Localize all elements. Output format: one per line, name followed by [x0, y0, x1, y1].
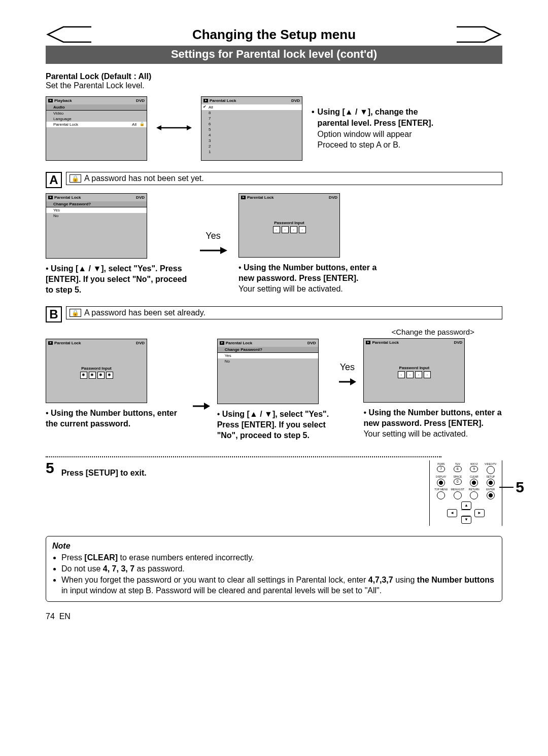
osd-password-input: Parental Lock DVD Password Input - - - -	[238, 193, 340, 258]
osd-item-selected: Yes	[46, 207, 147, 213]
instruction-a-right: • Using the Number buttons, enter a new …	[238, 263, 381, 294]
svg-marker-2	[187, 125, 192, 130]
lock-icon: 🔒	[70, 309, 81, 317]
remote-button: 9	[470, 466, 478, 472]
instruction-b1: • Using the Number buttons, enter the cu…	[46, 408, 185, 429]
svg-marker-4	[220, 247, 227, 254]
remote-button: 0	[454, 479, 462, 485]
banner-deco-right-icon	[457, 25, 502, 44]
check-icon: ✔	[203, 104, 207, 109]
page-title: Changing the Setup menu	[46, 25, 502, 44]
osd-item: 1	[201, 149, 302, 155]
play-icon	[220, 341, 224, 345]
password-input-label: Password Input	[239, 221, 339, 225]
yes-label: Yes	[336, 362, 358, 373]
osd-levels: Parental Lock DVD ✔All 8 7 6 5 4 3 2 1	[201, 96, 302, 161]
scenario-b-row: Parental Lock DVD Password Input ✱ ✱ ✱ ✱	[46, 328, 502, 441]
letter-box-b: B	[46, 306, 62, 322]
scenario-a-label: 🔒 A password has not been set yet.	[66, 172, 502, 185]
password-boxes: - - - -	[239, 226, 339, 233]
page-subtitle: Settings for Parental lock level (cont'd…	[46, 46, 502, 64]
osd-change-password: Parental Lock DVD Change Password? Yes N…	[46, 193, 147, 259]
osd-item: Language	[46, 116, 147, 122]
osd-change-password: Parental Lock DVD Change Password? Yes N…	[217, 339, 319, 404]
remote-button	[487, 479, 495, 487]
arrow-right-icon	[197, 240, 229, 258]
note-item: Do not use 4, 7, 3, 7 as password.	[61, 563, 496, 574]
osd-badge: DVD	[136, 98, 145, 103]
remote-button: 8	[454, 466, 462, 472]
double-arrow-icon	[156, 124, 192, 134]
remote-button	[487, 491, 495, 499]
remote-button: 7	[437, 466, 445, 472]
osd-item-selected: Parental Lock All 🔒	[46, 122, 147, 127]
play-icon	[241, 196, 246, 199]
note-item: When you forget the password or you want…	[61, 574, 496, 596]
page-footer: 74 EN	[46, 612, 502, 621]
note-box: Note Press [CLEAR] to erase numbers ente…	[46, 536, 502, 602]
top-row: Playback DVD Audio Video Language Parent…	[46, 96, 502, 161]
osd-item: 4	[201, 132, 302, 138]
dotted-divider	[46, 456, 441, 457]
side-instruction: • Using [▲ / ▼], change the parental lev…	[312, 106, 443, 150]
note-title: Note	[52, 541, 496, 552]
section-subtext: Set the Parental Lock level.	[46, 81, 502, 90]
osd-item: 5	[201, 127, 302, 132]
osd-title: Playback	[54, 98, 72, 103]
osd-playback: Playback DVD Audio Video Language Parent…	[46, 96, 147, 161]
instruction-a-left: • Using [▲ / ▼], select "Yes". Press [EN…	[46, 264, 188, 295]
osd-password-input: Parental Lock DVD Password Input - - - -	[363, 338, 465, 403]
dpad-icon: ▲ ◄ ► ▼	[443, 501, 489, 524]
scenario-a-header: A 🔒 A password has not been set yet.	[46, 172, 502, 188]
remote-diagram: PQRS7 TUV8 WXYZ9 VIDEO/TV DISPLAY SPACE0…	[429, 460, 502, 526]
step5-row: 5 Press [SETUP] to exit. PQRS7 TUV8 WXYZ…	[46, 460, 502, 526]
play-icon	[48, 99, 53, 102]
play-icon	[48, 196, 53, 199]
step-number: 5	[46, 460, 54, 476]
svg-marker-6	[204, 403, 210, 410]
osd-item: 3	[201, 138, 302, 143]
step5-text: Press [SETUP] to exit.	[61, 460, 422, 478]
scenario-b-label: 🔒 A password has been set already.	[66, 306, 502, 319]
osd-item: 6	[201, 121, 302, 127]
svg-marker-1	[156, 125, 161, 130]
osd-item: 2	[201, 143, 302, 149]
remote-button	[437, 491, 445, 499]
title-banner: Changing the Setup menu	[46, 25, 502, 44]
instruction-b3: • Using the Number buttons, enter a new …	[363, 408, 502, 439]
remote-button	[437, 479, 445, 487]
change-password-caption: <Change the password>	[363, 328, 502, 336]
lead-line-icon: 5	[499, 480, 524, 495]
osd-item: No	[46, 213, 147, 219]
svg-marker-8	[350, 378, 356, 385]
osd-item: 8	[201, 110, 302, 116]
play-icon	[48, 341, 53, 345]
remote-button	[487, 466, 495, 474]
osd-password-input: Parental Lock DVD Password Input ✱ ✱ ✱ ✱	[46, 339, 147, 403]
osd-item: Change Password?	[46, 201, 147, 207]
remote-button	[470, 479, 478, 487]
osd-title: Parental Lock	[210, 98, 236, 103]
note-item: Press [CLEAR] to erase numbers entered i…	[61, 552, 496, 563]
osd-item: 7	[201, 116, 302, 121]
osd-item: Audio	[46, 104, 147, 111]
instruction-b2: • Using [▲ / ▼], select "Yes". Press [EN…	[217, 409, 331, 441]
osd-item-selected: ✔All	[201, 104, 302, 110]
arrow-right-icon	[336, 372, 358, 389]
osd-item: Video	[46, 111, 147, 116]
remote-button	[470, 491, 478, 499]
letter-box-a: A	[46, 172, 62, 188]
play-icon	[366, 341, 370, 344]
osd-badge: DVD	[291, 98, 300, 103]
scenario-b-header: B 🔒 A password has been set already.	[46, 306, 502, 322]
lock-icon: 🔒	[140, 122, 145, 126]
arrow-right-icon	[190, 396, 212, 413]
remote-button	[454, 491, 462, 499]
yes-label: Yes	[197, 231, 229, 241]
banner-deco-left-icon	[46, 25, 91, 44]
play-icon	[203, 99, 208, 102]
section-heading: Parental Lock (Default : All)	[46, 72, 502, 81]
lock-icon: 🔒	[70, 174, 81, 183]
